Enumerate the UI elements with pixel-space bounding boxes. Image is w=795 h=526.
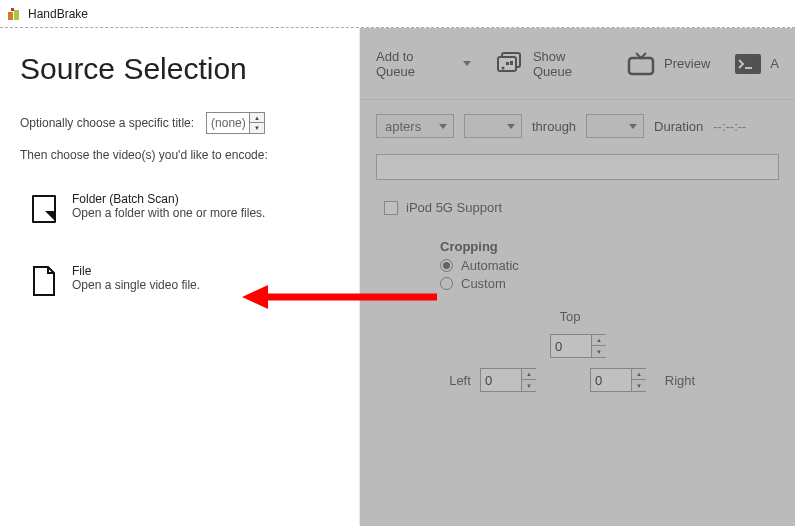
ipod-checkbox[interactable] — [384, 201, 398, 215]
terminal-icon — [734, 53, 762, 75]
spinner-down-icon[interactable]: ▼ — [592, 346, 606, 357]
crop-right-input[interactable] — [591, 369, 631, 391]
instruction-text: Then choose the video(s) you'd like to e… — [20, 148, 339, 162]
svg-rect-9 — [510, 61, 513, 65]
title-spinner[interactable]: ▲ ▼ — [206, 112, 265, 134]
crop-right-label: Right — [660, 373, 700, 388]
svg-rect-11 — [735, 54, 761, 74]
crop-right-spinner[interactable]: ▲▼ — [590, 368, 646, 392]
tv-icon — [626, 51, 656, 77]
add-queue-label: Add to Queue — [376, 49, 451, 79]
source-file-item[interactable]: File Open a single video file. — [20, 258, 339, 304]
app-title: HandBrake — [28, 7, 88, 21]
crop-top-input[interactable] — [551, 335, 591, 357]
spinner-down-icon[interactable]: ▼ — [632, 380, 646, 391]
crop-left-label: Left — [440, 373, 480, 388]
spinner-up-icon[interactable]: ▲ — [250, 113, 264, 123]
source-file-title: File — [72, 264, 200, 278]
spinner-up-icon[interactable]: ▲ — [522, 369, 536, 380]
svg-rect-1 — [14, 10, 19, 20]
source-folder-desc: Open a folder with one or more files. — [72, 206, 265, 220]
svg-point-7 — [501, 66, 504, 69]
svg-rect-4 — [34, 197, 54, 221]
app-icon — [6, 6, 22, 22]
svg-rect-8 — [506, 62, 509, 65]
cropping-section: Cropping Automatic Custom Top — [360, 239, 795, 392]
spinner-up-icon[interactable]: ▲ — [632, 369, 646, 380]
toolbar: Add to Queue Show Queue — [360, 28, 795, 100]
show-queue-label: Show Queue — [533, 49, 602, 79]
chevron-down-icon — [629, 124, 637, 129]
chevron-down-icon — [463, 61, 471, 66]
ipod-label: iPod 5G Support — [406, 200, 502, 215]
svg-rect-0 — [8, 12, 13, 20]
svg-rect-10 — [629, 58, 653, 74]
chapters-select[interactable]: apters — [376, 114, 454, 138]
chevron-down-icon — [507, 124, 515, 129]
crop-auto-radio[interactable]: Automatic — [440, 258, 795, 273]
crop-left-spinner[interactable]: ▲▼ — [480, 368, 536, 392]
chevron-down-icon — [439, 124, 447, 129]
preview-label: Preview — [664, 56, 710, 71]
activity-button[interactable]: A — [728, 53, 785, 75]
folder-icon — [30, 192, 58, 226]
source-file-desc: Open a single video file. — [72, 278, 200, 292]
output-path-field[interactable] — [376, 154, 779, 180]
chapters-row: apters through Duration --:--:-- — [360, 100, 795, 152]
svg-rect-2 — [11, 8, 14, 11]
file-icon — [30, 264, 58, 298]
preview-button[interactable]: Preview — [620, 51, 716, 77]
opt-title-label: Optionally choose a specific title: — [20, 116, 194, 130]
duration-value: --:--:-- — [713, 119, 746, 134]
crop-top-label: Top — [550, 309, 590, 324]
radio-checked-icon — [440, 259, 453, 272]
spinner-up-icon[interactable]: ▲ — [592, 335, 606, 346]
main-area: Add to Queue Show Queue — [360, 28, 795, 526]
cropping-title: Cropping — [440, 239, 795, 254]
queue-icon — [495, 52, 525, 76]
through-label: through — [532, 119, 576, 134]
chapter-start-select[interactable] — [464, 114, 522, 138]
source-folder-title: Folder (Batch Scan) — [72, 192, 265, 206]
add-to-queue-button[interactable]: Add to Queue — [370, 49, 477, 79]
duration-label: Duration — [654, 119, 703, 134]
titlebar: HandBrake — [0, 0, 795, 28]
title-spinner-input[interactable] — [207, 113, 249, 133]
chapter-end-select[interactable] — [586, 114, 644, 138]
source-heading: Source Selection — [20, 52, 339, 86]
crop-custom-radio[interactable]: Custom — [440, 276, 795, 291]
show-queue-button[interactable]: Show Queue — [489, 49, 608, 79]
source-folder-item[interactable]: Folder (Batch Scan) Open a folder with o… — [20, 186, 339, 232]
spinner-down-icon[interactable]: ▼ — [250, 123, 264, 133]
source-selection-panel: Source Selection Optionally choose a spe… — [0, 28, 360, 526]
crop-top-spinner[interactable]: ▲▼ — [550, 334, 606, 358]
crop-left-input[interactable] — [481, 369, 521, 391]
activity-label: A — [770, 56, 779, 71]
radio-icon — [440, 277, 453, 290]
spinner-down-icon[interactable]: ▼ — [522, 380, 536, 391]
